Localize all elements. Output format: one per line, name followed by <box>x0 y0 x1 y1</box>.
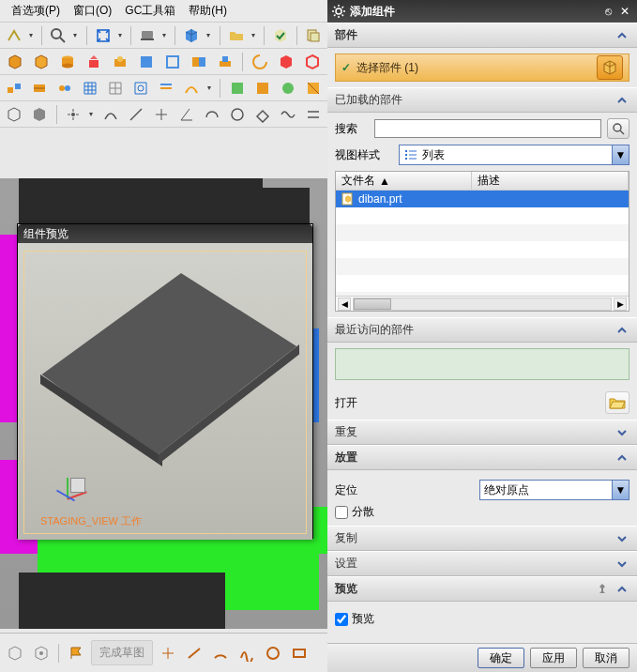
dropdown-arrow-icon[interactable]: ▾ <box>118 31 125 39</box>
gear-icon[interactable] <box>331 4 346 19</box>
feature2-icon[interactable] <box>135 52 158 72</box>
preview-viewport[interactable]: STAGING_VIEW 工作 <box>18 243 312 540</box>
analysis3-icon[interactable] <box>277 78 298 99</box>
dropdown-arrow-icon[interactable]: ▾ <box>206 31 213 39</box>
sk-arc-icon[interactable] <box>209 643 232 664</box>
wirecube3-icon[interactable] <box>30 643 53 664</box>
dropdown-arrow-icon[interactable]: ▾ <box>89 110 97 118</box>
box2-icon[interactable] <box>30 52 53 72</box>
recent-parts-box[interactable] <box>335 348 629 380</box>
section-header-preview[interactable]: 预览 <box>327 576 637 602</box>
circle-sel-icon[interactable] <box>226 104 248 125</box>
cylinder-icon[interactable] <box>56 52 79 72</box>
preview-checkbox[interactable] <box>335 613 348 626</box>
feature1-icon[interactable] <box>109 52 131 72</box>
combo-arrow-icon[interactable]: ▼ <box>612 145 629 164</box>
cube-red-icon[interactable] <box>275 52 297 72</box>
close-icon[interactable]: ✕ <box>616 4 633 19</box>
sheet-check-icon[interactable] <box>270 25 291 46</box>
wave-icon[interactable] <box>277 104 298 125</box>
offset-icon[interactable] <box>302 104 324 125</box>
menu-help[interactable]: 帮助(H) <box>183 1 233 21</box>
constraint1-icon[interactable] <box>156 78 177 99</box>
point-sel-icon[interactable] <box>63 104 84 125</box>
search-input[interactable] <box>374 119 601 138</box>
grid1-icon[interactable] <box>80 78 101 99</box>
select-part-cube-button[interactable] <box>597 55 623 80</box>
scroll-left-icon[interactable]: ◀ <box>338 298 351 311</box>
section-header-placement[interactable]: 放置 <box>327 445 637 470</box>
box-icon[interactable] <box>4 52 26 72</box>
line-icon[interactable] <box>125 104 146 125</box>
sketch-flag-icon[interactable] <box>65 643 87 664</box>
search-icon[interactable] <box>48 25 68 46</box>
section-header-copy[interactable]: 复制 <box>327 526 637 551</box>
command-finder-icon[interactable] <box>4 25 24 46</box>
apply-button[interactable]: 应用 <box>530 648 577 668</box>
scroll-right-icon[interactable]: ▶ <box>614 298 627 311</box>
grid3-icon[interactable] <box>130 78 152 99</box>
view-cube-icon[interactable] <box>70 478 85 493</box>
arc-icon[interactable] <box>201 104 222 125</box>
grid2-icon[interactable] <box>105 78 127 99</box>
plane-icon[interactable] <box>251 104 273 125</box>
select-part-row[interactable]: ✓ 选择部件 (1) <box>335 53 629 82</box>
extrude-icon[interactable] <box>83 52 105 72</box>
menu-prefs[interactable]: 首选项(P) <box>6 1 66 21</box>
constraint2-icon[interactable] <box>181 78 203 99</box>
dropdown-arrow-icon[interactable]: ▾ <box>207 84 215 92</box>
feature3-icon[interactable] <box>161 52 184 72</box>
menu-window[interactable]: 窗口(O) <box>68 1 117 21</box>
dropdown-arrow-icon[interactable]: ▾ <box>251 31 258 39</box>
misc-icon[interactable] <box>302 78 324 99</box>
laptop-icon[interactable] <box>137 25 158 46</box>
sk-rect-icon[interactable] <box>288 643 311 664</box>
col-description[interactable]: 描述 <box>472 172 629 190</box>
preview-window-title[interactable]: 组件预览 <box>18 224 312 243</box>
asm2-icon[interactable] <box>29 78 51 99</box>
dropdown-arrow-icon[interactable]: ▾ <box>162 31 169 39</box>
fit-view-icon[interactable] <box>93 25 114 46</box>
pin-icon[interactable] <box>596 583 609 596</box>
dropdown-arrow-icon[interactable]: ▾ <box>73 31 80 39</box>
sk-point-icon[interactable] <box>157 643 179 664</box>
undock-icon[interactable]: ⎋ <box>599 4 616 19</box>
cube-red2-icon[interactable] <box>301 52 324 72</box>
col-filename[interactable]: 文件名 ▲ <box>336 172 472 190</box>
section-header-part[interactable]: 部件 <box>327 23 637 48</box>
open-folder-button[interactable] <box>605 391 629 414</box>
wirecube2-icon[interactable] <box>4 643 26 664</box>
curve-icon[interactable] <box>99 104 121 125</box>
revolve-icon[interactable] <box>249 52 271 72</box>
search-button[interactable] <box>607 118 629 139</box>
sheet-copy-icon[interactable] <box>303 25 324 46</box>
cancel-button[interactable]: 取消 <box>583 648 629 668</box>
file-list-rows[interactable]: diban.prt <box>336 191 629 296</box>
shaded-cube-icon[interactable] <box>181 25 202 46</box>
sk-line-icon[interactable] <box>183 643 205 664</box>
asm3-icon[interactable] <box>54 78 76 99</box>
asm1-icon[interactable] <box>4 78 25 99</box>
section-header-loaded[interactable]: 已加载的部件 <box>327 87 637 113</box>
angle-icon[interactable] <box>175 104 197 125</box>
folder-icon[interactable] <box>226 25 247 46</box>
dropdown-arrow-icon[interactable]: ▾ <box>29 31 36 39</box>
combo-arrow-icon[interactable]: ▼ <box>612 481 629 499</box>
section-header-settings[interactable]: 设置 <box>327 551 637 576</box>
analysis1-icon[interactable] <box>226 78 248 99</box>
placement-combo[interactable]: 绝对原点 ▼ <box>479 480 629 500</box>
file-row[interactable]: diban.prt <box>336 191 629 207</box>
feature5-icon[interactable] <box>214 52 236 72</box>
sk-spline-icon[interactable] <box>235 643 258 664</box>
ok-button[interactable]: 确定 <box>478 648 524 668</box>
wirecube-icon[interactable] <box>4 104 25 125</box>
dialog-titlebar[interactable]: 添加组件 ⎋ ✕ <box>327 0 637 23</box>
file-list-hscroll[interactable]: ◀ ▶ <box>336 296 629 311</box>
scroll-thumb[interactable] <box>354 298 391 310</box>
analysis2-icon[interactable] <box>251 78 273 99</box>
section-header-recent[interactable]: 最近访问的部件 <box>327 317 637 343</box>
viewstyle-combo[interactable]: 列表 ▼ <box>399 145 629 165</box>
section-header-repeat[interactable]: 重复 <box>327 420 637 445</box>
feature4-icon[interactable] <box>188 52 210 72</box>
solidcube-icon[interactable] <box>29 104 51 125</box>
